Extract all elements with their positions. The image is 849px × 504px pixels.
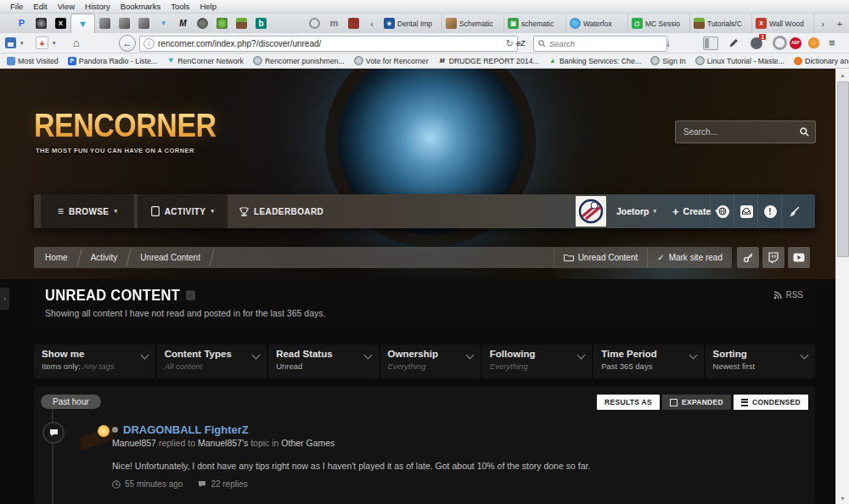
bookmark-punishments[interactable]: Rencorner punishmen... — [253, 56, 345, 65]
back-button[interactable]: ← — [119, 33, 136, 53]
pinned-tab-rencorner-active[interactable]: ▼ — [70, 14, 95, 33]
bookmark-signin[interactable]: Sign In — [650, 56, 685, 65]
bookmark-dictionary[interactable]: Dictionary and Thesau... — [794, 57, 849, 65]
pinned-tab-gauge[interactable] — [305, 14, 324, 33]
pinned-tab-bing[interactable]: b — [251, 14, 271, 33]
pinned-tab-red[interactable] — [344, 14, 363, 33]
topic-owner-link[interactable]: Manuel857's — [198, 438, 248, 448]
expanded-button[interactable]: EXPANDED — [662, 395, 731, 410]
menu-tools[interactable]: Tools — [166, 2, 194, 11]
unread-content-button[interactable]: Unread Content — [554, 247, 648, 268]
site-search-box[interactable] — [675, 120, 816, 143]
tab-schematic-1[interactable]: Schematic — [442, 14, 504, 33]
url-input[interactable] — [158, 39, 503, 48]
menu-file[interactable]: File — [5, 2, 28, 11]
tab-scroll-left[interactable]: ‹ — [363, 14, 380, 33]
site-logo[interactable]: RENCORNER — [34, 109, 216, 142]
bookmark-vote[interactable]: Vote for Rencorner — [354, 56, 429, 65]
filter-show-me[interactable]: Show me Items only; Any tags — [34, 344, 157, 378]
tab-waterfox[interactable]: Waterfox — [566, 14, 628, 33]
post-title[interactable]: DRAGONBALL FighterZ — [112, 423, 249, 436]
tab-mc-session[interactable]: ◻MC Sessio — [628, 14, 690, 33]
pinned-tab-globe[interactable] — [193, 14, 212, 33]
scroll-up-arrow[interactable]: ▲ — [836, 69, 849, 81]
pinned-tab-drudge[interactable]: M — [173, 14, 193, 33]
bookmark-banking[interactable]: ▲Banking Services: Che... — [548, 57, 641, 65]
nav-inbox-button[interactable] — [734, 194, 758, 228]
post-time[interactable]: 55 minutes ago — [112, 479, 183, 489]
youtube-link-button[interactable] — [788, 247, 810, 268]
site-info-icon[interactable]: i — [143, 38, 155, 49]
menu-button[interactable]: ≡ — [829, 33, 835, 53]
pinned-tab-dark-app[interactable] — [31, 14, 51, 33]
post-avatar[interactable] — [81, 423, 113, 455]
downloads-button[interactable]: ↓ — [666, 33, 671, 53]
menu-edit[interactable]: Edit — [28, 2, 52, 11]
tab-schematic-2[interactable]: ▣schematic — [504, 14, 566, 33]
tab-scroll-right[interactable]: › — [814, 14, 831, 33]
save-dropdown[interactable]: ▾ — [20, 33, 24, 53]
new-tab-button[interactable]: + — [831, 14, 848, 33]
notification-addon-button[interactable]: 1 — [751, 33, 762, 53]
filter-content-types[interactable]: Content Types All content — [157, 344, 268, 378]
nav-theme-button[interactable] — [781, 194, 806, 228]
twitch-link-button[interactable] — [762, 247, 784, 268]
bookmark-most-visited[interactable]: Most Visited — [7, 57, 59, 65]
user-avatar[interactable] — [576, 196, 606, 227]
pinned-tab-minecraft[interactable] — [232, 14, 251, 33]
nav-browse[interactable]: ≡ BROWSE ▾ — [41, 194, 134, 228]
browser-search-box[interactable] — [533, 36, 667, 52]
browser-search-input[interactable] — [549, 39, 662, 48]
nav-leaderboard[interactable]: LEADERBOARD — [239, 194, 323, 228]
tab-dental[interactable]: ★Dental Imp — [380, 14, 442, 33]
bookmark-drudge[interactable]: MDRUDGE REPORT 2014... — [438, 57, 539, 65]
results-as-button[interactable]: RESULTS AS — [597, 395, 660, 410]
scrollbar-thumb[interactable] — [837, 81, 849, 257]
pinned-tab-paypal[interactable]: P — [12, 14, 31, 33]
sidebar-toggle-button[interactable] — [703, 33, 718, 53]
pinned-tab-rencorner-2[interactable]: ▼ — [154, 14, 173, 33]
add-button[interactable]: + — [36, 33, 48, 53]
title-check-icon[interactable]: ✓ — [186, 290, 195, 300]
bookmark-rencorner[interactable]: ▼RenCorner Network — [166, 57, 244, 65]
condensed-button[interactable]: CONDENSED — [734, 395, 808, 410]
nav-language-button[interactable] — [710, 194, 734, 228]
bookmark-linux[interactable]: Linux Tutorial - Maste... — [695, 56, 784, 65]
breadcrumb-home[interactable]: Home — [34, 253, 79, 262]
save-button[interactable] — [5, 33, 16, 53]
sidebar-open-tab[interactable]: › — [0, 288, 9, 310]
pinned-tab-cube-3[interactable] — [134, 14, 154, 33]
filter-following[interactable]: Following Everything — [482, 344, 593, 378]
scroll-down-arrow[interactable]: ▼ — [836, 492, 849, 504]
page-scrollbar[interactable]: ▲ ▼ — [835, 69, 849, 504]
fox-addon-button[interactable] — [808, 33, 819, 53]
pinned-tab-m[interactable]: m — [324, 14, 344, 33]
breadcrumb-activity[interactable]: Activity — [80, 253, 129, 262]
breadcrumb-unread-content[interactable]: Unread Content — [129, 253, 211, 262]
url-bar[interactable]: i ↻ — [139, 36, 518, 52]
add-dropdown[interactable]: ▾ — [53, 33, 56, 53]
rss-link[interactable]: RSS — [773, 290, 803, 300]
nav-activity[interactable]: ACTIVITY ▾ — [138, 194, 228, 228]
filter-ownership[interactable]: Ownership Everything — [380, 344, 482, 378]
post-author-link[interactable]: Manuel857 — [112, 438, 156, 448]
menu-view[interactable]: View — [53, 2, 80, 11]
tab-wall-wood[interactable]: XWall Wood — [752, 14, 814, 33]
reload-icon[interactable]: ↻ — [506, 38, 514, 49]
tab-tutorials[interactable]: Tutorials/C — [690, 14, 752, 33]
ez-addon-button[interactable]: eZ — [516, 33, 526, 53]
adblock-button[interactable]: ABP — [790, 33, 801, 53]
pinned-tab-cube-2[interactable] — [115, 14, 134, 33]
edit-addon-button[interactable] — [728, 33, 739, 53]
filter-sorting[interactable]: Sorting Newest first — [706, 344, 815, 378]
donut-addon-button[interactable] — [773, 33, 787, 53]
forum-link[interactable]: Other Games — [281, 438, 335, 448]
key-link-button[interactable] — [737, 247, 759, 268]
site-search-input[interactable] — [682, 126, 795, 137]
menu-help[interactable]: Help — [194, 2, 222, 11]
home-button[interactable]: ⌂ — [73, 33, 80, 53]
nav-notifications-button[interactable]: ! — [757, 194, 782, 228]
bookmark-pandora[interactable]: PPandora Radio - Liste... — [68, 57, 157, 65]
mark-site-read-button[interactable]: ✓ Mark site read — [647, 247, 732, 268]
pinned-tab-green[interactable] — [212, 14, 232, 33]
